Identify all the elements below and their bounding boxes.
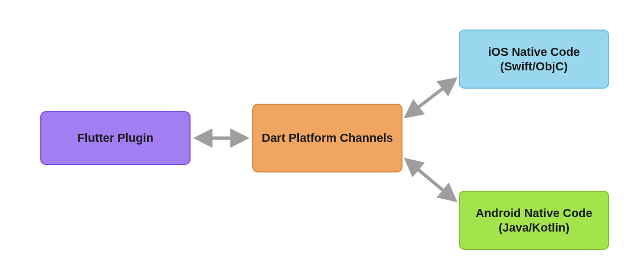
node-flutter-plugin: Flutter Plugin bbox=[40, 111, 191, 165]
node-label: iOS Native Code (Swift/ObjC) bbox=[466, 45, 602, 74]
diagram-canvas: Flutter Plugin Dart Platform Channels iO… bbox=[0, 0, 644, 274]
node-ios-native: iOS Native Code (Swift/ObjC) bbox=[459, 30, 609, 89]
node-dart-platform-channels: Dart Platform Channels bbox=[252, 104, 402, 172]
edge-channels-android bbox=[407, 160, 455, 200]
edge-channels-ios bbox=[407, 80, 455, 116]
node-android-native: Android Native Code (Java/Kotlin) bbox=[459, 191, 609, 250]
node-label: Android Native Code (Java/Kotlin) bbox=[466, 206, 602, 235]
node-label: Flutter Plugin bbox=[77, 131, 153, 146]
node-label: Dart Platform Channels bbox=[262, 131, 393, 146]
